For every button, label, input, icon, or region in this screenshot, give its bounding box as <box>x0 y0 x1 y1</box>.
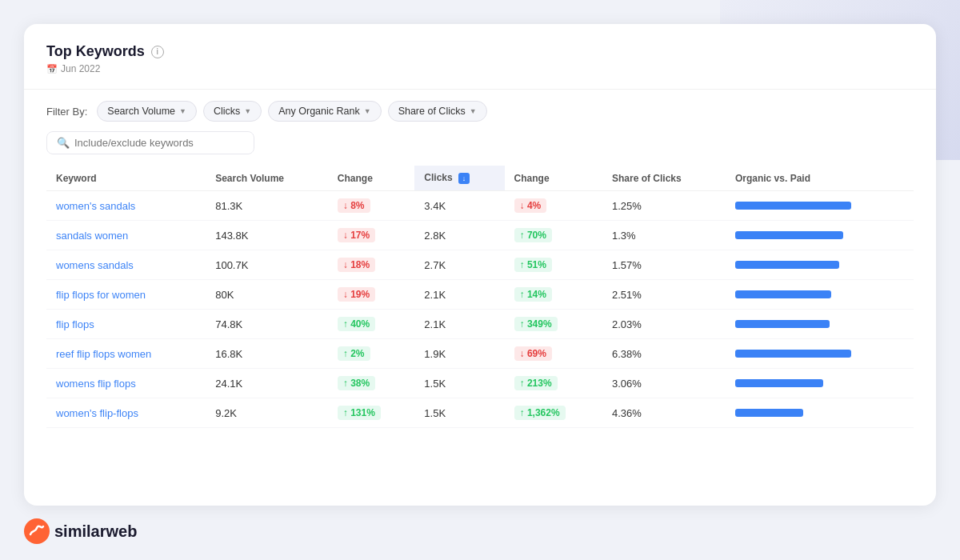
cell-change2: ↑ 51% <box>505 250 602 280</box>
table-row: women's flip-flops 9.2K ↑ 131% 1.5K ↑ 1,… <box>46 398 914 428</box>
search-icon: 🔍 <box>57 137 70 149</box>
keyword-link[interactable]: womens flip flops <box>56 378 136 390</box>
table-row: womens sandals 100.7K ↓ 18% 2.7K ↑ 51% 1… <box>46 250 914 280</box>
chevron-down-icon: ▼ <box>244 107 251 115</box>
cell-keyword: women's flip-flops <box>46 398 206 428</box>
cell-clicks: 2.1K <box>414 310 504 339</box>
footer: similarweb <box>24 506 936 544</box>
cell-organic-vs-paid <box>726 280 914 310</box>
filter-any-organic-rank[interactable]: Any Organic Rank ▼ <box>268 101 381 122</box>
keyword-link[interactable]: women's flip-flops <box>56 407 138 419</box>
keyword-link[interactable]: reef flip flops women <box>56 348 151 360</box>
search-input[interactable] <box>74 137 244 149</box>
table-body: women's sandals 81.3K ↓ 8% 3.4K ↓ 4% 1.2… <box>46 191 914 428</box>
cell-clicks: 2.7K <box>414 250 504 280</box>
change-badge: ↑ 70% <box>514 228 552 242</box>
keywords-table: Keyword Search Volume Change Clicks ↓ Ch… <box>46 166 914 428</box>
bar-container <box>735 202 904 210</box>
cell-share-of-clicks: 1.57% <box>602 250 726 280</box>
keyword-link[interactable]: sandals women <box>56 230 128 242</box>
cell-search-volume: 81.3K <box>206 191 328 221</box>
filter-search-volume[interactable]: Search Volume ▼ <box>97 101 197 122</box>
cell-keyword: womens sandals <box>46 250 206 280</box>
cell-clicks: 1.5K <box>414 398 504 428</box>
chevron-down-icon: ▼ <box>470 107 477 115</box>
cell-keyword: womens flip flops <box>46 369 206 398</box>
cell-organic-vs-paid <box>726 191 914 221</box>
info-icon[interactable]: i <box>151 46 164 58</box>
organic-paid-bar <box>735 202 851 210</box>
cell-change2: ↑ 1,362% <box>505 398 602 428</box>
col-search-volume: Search Volume <box>206 166 328 191</box>
cell-change1: ↓ 8% <box>328 191 415 221</box>
col-organic-vs-paid: Organic vs. Paid <box>726 166 914 191</box>
cell-change2: ↓ 69% <box>505 339 602 369</box>
organic-paid-bar <box>735 320 830 328</box>
chevron-down-icon: ▼ <box>179 107 186 115</box>
bar-container <box>735 231 904 239</box>
main-card: Top Keywords i 📅 Jun 2022 Filter By: Sea… <box>24 24 936 506</box>
keyword-link[interactable]: flip flops for women <box>56 289 146 301</box>
filter-clicks[interactable]: Clicks ▼ <box>203 101 262 122</box>
table-header-row: Keyword Search Volume Change Clicks ↓ Ch… <box>46 166 914 191</box>
cell-share-of-clicks: 1.3% <box>602 221 726 250</box>
change-badge: ↑ 40% <box>338 317 375 331</box>
filter-share-of-clicks[interactable]: Share of Clicks ▼ <box>388 101 487 122</box>
cell-search-volume: 80K <box>206 280 328 310</box>
cell-search-volume: 24.1K <box>206 369 328 398</box>
cell-keyword: reef flip flops women <box>46 339 206 369</box>
change-badge: ↑ 14% <box>514 287 552 302</box>
cell-keyword: women's sandals <box>46 191 206 221</box>
card-title-row: Top Keywords i <box>46 43 914 60</box>
cell-change2: ↑ 14% <box>505 280 602 310</box>
keyword-link[interactable]: flip flops <box>56 318 94 330</box>
svg-point-0 <box>24 518 50 544</box>
organic-paid-bar <box>735 261 839 269</box>
table-row: flip flops 74.8K ↑ 40% 2.1K ↑ 349% 2.03% <box>46 310 914 339</box>
organic-paid-bar <box>735 290 831 298</box>
col-clicks[interactable]: Clicks ↓ <box>414 166 504 191</box>
col-share-of-clicks: Share of Clicks <box>602 166 726 191</box>
cell-share-of-clicks: 4.36% <box>602 398 726 428</box>
card-header: Top Keywords i 📅 Jun 2022 <box>46 43 914 74</box>
table-row: womens flip flops 24.1K ↑ 38% 1.5K ↑ 213… <box>46 369 914 398</box>
cell-change1: ↓ 19% <box>328 280 415 310</box>
bar-container <box>735 409 904 417</box>
card-date-text: Jun 2022 <box>61 63 100 74</box>
cell-change1: ↓ 17% <box>328 221 415 250</box>
cell-change2: ↓ 4% <box>505 191 602 221</box>
cell-search-volume: 16.8K <box>206 339 328 369</box>
cell-clicks: 1.5K <box>414 369 504 398</box>
change-badge: ↑ 1,362% <box>514 406 566 420</box>
organic-paid-bar <box>735 409 803 417</box>
table-container: Keyword Search Volume Change Clicks ↓ Ch… <box>46 166 914 486</box>
search-wrapper: 🔍 <box>46 131 254 154</box>
similarweb-logo-icon <box>24 518 50 544</box>
table-row: women's sandals 81.3K ↓ 8% 3.4K ↓ 4% 1.2… <box>46 191 914 221</box>
cell-share-of-clicks: 6.38% <box>602 339 726 369</box>
cell-change1: ↓ 18% <box>328 250 415 280</box>
cell-clicks: 3.4K <box>414 191 504 221</box>
change-badge: ↓ 69% <box>514 346 552 361</box>
keyword-link[interactable]: women's sandals <box>56 200 135 212</box>
calendar-icon: 📅 <box>46 64 58 74</box>
cell-change1: ↑ 2% <box>328 339 415 369</box>
change-badge: ↑ 38% <box>338 376 375 390</box>
cell-change1: ↑ 131% <box>328 398 415 428</box>
organic-paid-bar <box>735 379 823 387</box>
change-badge: ↑ 349% <box>514 317 558 331</box>
cell-change2: ↑ 213% <box>505 369 602 398</box>
cell-search-volume: 143.8K <box>206 221 328 250</box>
change-badge: ↓ 17% <box>338 228 375 242</box>
col-change2: Change <box>505 166 602 191</box>
cell-clicks: 1.9K <box>414 339 504 369</box>
change-badge: ↑ 51% <box>514 258 552 272</box>
keyword-link[interactable]: womens sandals <box>56 259 134 271</box>
cell-search-volume: 74.8K <box>206 310 328 339</box>
cell-change2: ↑ 70% <box>505 221 602 250</box>
cell-organic-vs-paid <box>726 250 914 280</box>
filter-any-organic-rank-label: Any Organic Rank <box>278 106 359 117</box>
card-title-text: Top Keywords <box>46 43 145 60</box>
change-badge: ↑ 213% <box>514 376 558 390</box>
card-date: 📅 Jun 2022 <box>46 63 914 74</box>
